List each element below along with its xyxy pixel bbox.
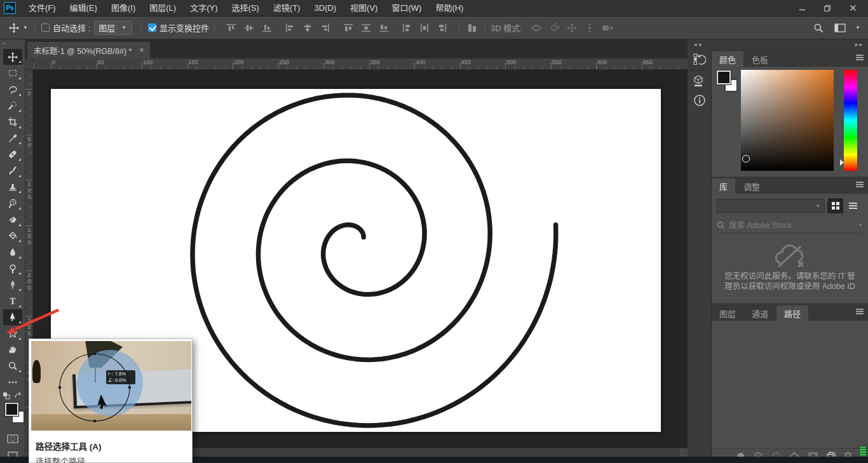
workspace-switcher-icon[interactable] — [832, 20, 848, 36]
menu-item-layer[interactable]: 图层(L) — [142, 0, 183, 16]
panel-menu-icon[interactable] — [855, 307, 864, 317]
tab-layers[interactable]: 图层 — [712, 305, 743, 321]
3d-panel-icon[interactable] — [689, 72, 710, 91]
close-button[interactable] — [840, 1, 865, 16]
menu-item-view[interactable]: 视图(V) — [343, 0, 384, 16]
align-bottom-edges-icon[interactable] — [259, 20, 275, 36]
library-select-dropdown[interactable]: ▼ — [717, 199, 825, 213]
tab-paths[interactable]: 路径 — [776, 305, 808, 321]
collapse-panels-left-icon[interactable]: ◄◄ — [693, 42, 702, 48]
edit-toolbar-button[interactable] — [3, 374, 22, 391]
foreground-color-swatch[interactable] — [5, 403, 18, 416]
ellipse-path-overlay — [31, 341, 191, 431]
hue-slider-handle-icon[interactable] — [840, 159, 844, 166]
distribute-right-edges-icon[interactable] — [435, 20, 450, 36]
saturation-brightness-field[interactable] — [741, 70, 834, 171]
blur-tool[interactable] — [3, 244, 22, 260]
panel-menu-icon[interactable] — [855, 53, 864, 63]
menu-item-help[interactable]: 帮助(H) — [428, 0, 470, 16]
quick-selection-tool[interactable] — [3, 98, 22, 114]
swap-colors-icon[interactable] — [14, 392, 22, 401]
info-panel-icon[interactable] — [689, 91, 710, 110]
hand-tool[interactable] — [3, 342, 22, 358]
tab-swatches[interactable]: 色板 — [744, 51, 776, 67]
distribute-vertical-centers-icon[interactable] — [358, 20, 374, 36]
pen-tool[interactable] — [3, 276, 22, 293]
lasso-tool[interactable] — [3, 81, 22, 98]
align-horizontal-centers-icon[interactable] — [300, 20, 315, 36]
menu-item-3d[interactable]: 3D(D) — [307, 0, 343, 16]
tab-adjustments[interactable]: 调整 — [736, 178, 768, 194]
distribute-bottom-edges-icon[interactable] — [376, 20, 391, 36]
menu-item-window[interactable]: 窗口(W) — [384, 0, 428, 16]
workspace-caret-icon[interactable]: ▼ — [855, 25, 860, 30]
library-message: 您无权访问此服务。请联系您的 IT 管 理员以获取访问权限或使用 Adobe I… — [712, 236, 868, 292]
library-search-input[interactable] — [729, 221, 858, 230]
dropdown-caret-icon: ▼ — [815, 203, 820, 209]
menu-item-type[interactable]: 文字(Y) — [183, 0, 224, 16]
move-tool[interactable] — [3, 49, 22, 65]
search-caret-icon[interactable]: ▼ — [858, 222, 863, 228]
menu-item-filter[interactable]: 滤镜(T) — [266, 0, 308, 16]
ruler-corner — [25, 58, 33, 70]
search-icon[interactable] — [811, 20, 826, 36]
menu-item-select[interactable]: 选择(S) — [224, 0, 266, 16]
tool-preset-caret-icon[interactable]: ▼ — [23, 25, 28, 30]
collapse-panels-right-icon[interactable]: ►► — [854, 42, 863, 48]
distribute-spacing-icon[interactable] — [465, 20, 480, 36]
grid-view-button[interactable] — [827, 198, 843, 213]
clone-stamp-tool[interactable] — [3, 179, 22, 196]
align-left-edges-icon[interactable] — [282, 20, 297, 36]
toolbar-expand-icon[interactable]: » — [0, 39, 25, 49]
tools-panel: » T — [0, 39, 25, 463]
eraser-tool[interactable] — [3, 211, 22, 228]
minimize-button[interactable] — [789, 1, 815, 16]
h-ruler-tick-label: 300 — [325, 59, 334, 65]
auto-select-checkbox[interactable] — [41, 23, 50, 32]
spot-healing-brush-tool[interactable] — [3, 146, 22, 163]
distribute-left-edges-icon[interactable] — [399, 20, 414, 36]
separator — [459, 20, 459, 36]
show-transform-checkbox[interactable] — [148, 23, 156, 32]
h-ruler-tick-label: 250 — [280, 59, 289, 65]
brush-tool[interactable] — [3, 163, 22, 179]
hue-slider-strip[interactable] — [844, 70, 857, 171]
distribute-horizontal-centers-icon[interactable] — [417, 20, 432, 36]
distribute-top-edges-icon[interactable] — [341, 20, 356, 36]
align-top-edges-icon[interactable] — [224, 20, 239, 36]
crop-tool[interactable] — [3, 114, 22, 130]
tab-libraries[interactable]: 库 — [712, 178, 735, 194]
default-colors-icon[interactable] — [3, 392, 10, 401]
panel-menu-icon[interactable] — [855, 180, 864, 190]
libraries-panel: 库 调整 ▼ ▼ 您无权访 — [712, 177, 868, 304]
zoom-tool[interactable] — [3, 358, 22, 374]
eyedropper-tool[interactable] — [3, 130, 22, 147]
panel-foreground-swatch[interactable] — [717, 70, 731, 84]
quick-mask-button[interactable] — [3, 431, 22, 447]
camera-3d-icon — [600, 20, 615, 36]
auto-select-target-dropdown[interactable]: 图层 ▼ — [94, 21, 132, 35]
paths-list-empty[interactable] — [712, 321, 868, 463]
rectangular-marquee-tool[interactable] — [3, 65, 22, 81]
document-tab[interactable]: 未标题-1 @ 50%(RGB/8#) * × — [27, 42, 150, 58]
history-panel-icon[interactable] — [689, 50, 710, 69]
horizontal-ruler[interactable]: 050100150200250300350400450500550600650 — [33, 58, 688, 70]
tab-channels[interactable]: 通道 — [744, 305, 776, 321]
dropdown-caret-icon: ▼ — [121, 25, 126, 30]
menu-item-image[interactable]: 图像(I) — [104, 0, 142, 16]
list-view-button[interactable] — [845, 198, 861, 213]
restore-button[interactable] — [815, 1, 840, 16]
window-controls — [789, 1, 865, 16]
history-brush-tool[interactable] — [3, 195, 22, 211]
color-panel: 颜色 色板 — [712, 50, 868, 177]
dodge-tool[interactable] — [3, 260, 22, 277]
tool-tooltip: ⊢: 7.8% ∠: 0.0% 路径选择工具 (A) 选择整个路径 — [29, 339, 193, 463]
tab-close-icon[interactable]: × — [139, 46, 144, 55]
paint-bucket-tool[interactable] — [3, 228, 22, 245]
menu-item-file[interactable]: 文件(F) — [22, 0, 63, 16]
move-tool-icon[interactable] — [6, 20, 22, 36]
menu-item-edit[interactable]: 编辑(E) — [63, 0, 104, 16]
tab-color[interactable]: 颜色 — [712, 51, 743, 67]
align-right-edges-icon[interactable] — [318, 20, 333, 36]
align-vertical-centers-icon[interactable] — [241, 20, 257, 36]
